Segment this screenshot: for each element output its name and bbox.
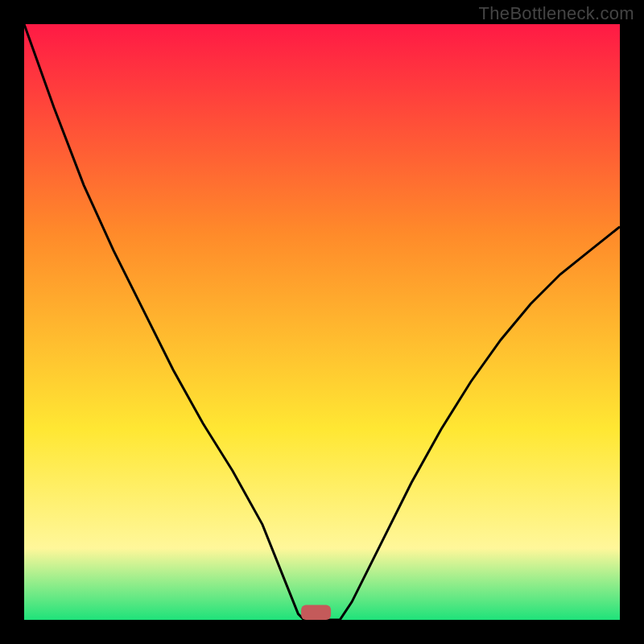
chart-frame: TheBottleneck.com xyxy=(0,0,644,644)
chart-svg xyxy=(24,24,620,620)
gradient-background xyxy=(24,24,620,620)
optimal-marker xyxy=(301,605,331,621)
watermark-text: TheBottleneck.com xyxy=(479,3,634,24)
plot-area xyxy=(24,24,620,620)
